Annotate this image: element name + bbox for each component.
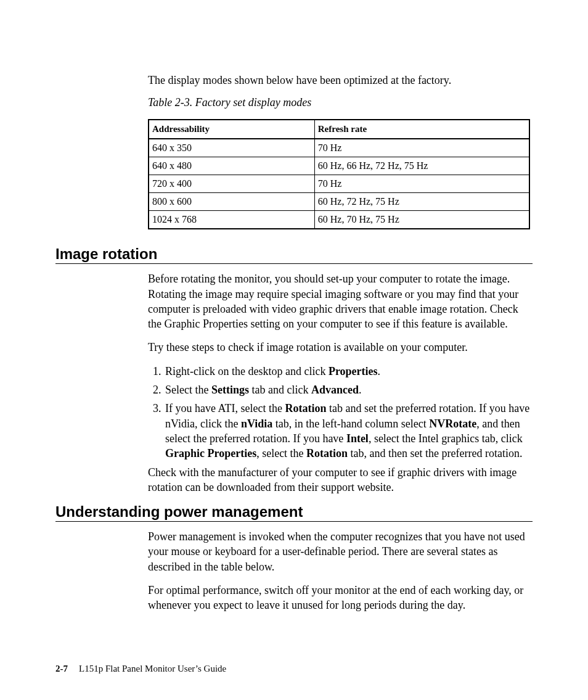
bold-text: NVRotate [429,418,476,430]
cell-addressability: 640 x 480 [149,157,314,175]
table-caption: Table 2-3. Factory set display modes [148,96,533,109]
section-image-rotation: Before rotating the monitor, you should … [148,271,533,495]
bold-text: Rotation [306,447,348,459]
step-text: tab, in the left-hand column select [272,418,429,430]
cell-addressability: 720 x 400 [149,175,314,193]
step-text: . [359,384,362,396]
paragraph: Before rotating the monitor, you should … [148,271,533,331]
step-text: tab and click [249,384,311,396]
paragraph: Power management is invoked when the com… [148,529,533,574]
table-row: 720 x 400 70 Hz [149,175,529,193]
bold-text: Advanced [311,384,359,396]
step-text: , select the [256,447,306,459]
cell-addressability: 640 x 350 [149,139,314,157]
step-text: Select the [165,384,211,396]
step-text: . [378,365,381,377]
heading-power-management: Understanding power management [55,503,533,522]
table-row: 1024 x 768 60 Hz, 70 Hz, 75 Hz [149,211,529,229]
paragraph: For optimal performance, switch off your… [148,583,533,613]
table-row: 640 x 480 60 Hz, 66 Hz, 72 Hz, 75 Hz [149,157,529,175]
intro-text: The display modes shown below have been … [148,73,533,88]
table-row: 800 x 600 60 Hz, 72 Hz, 75 Hz [149,193,529,211]
bold-text: Rotation [285,402,326,414]
steps-list: Right-click on the desktop and click Pro… [148,364,533,461]
section-power-management: Power management is invoked when the com… [148,529,533,612]
document-page: The display modes shown below have been … [0,0,588,700]
table-row: 640 x 350 70 Hz [149,139,529,157]
display-modes-table: Addressability Refresh rate 640 x 350 70… [148,119,530,229]
list-item: Select the Settings tab and click Advanc… [164,382,533,397]
cell-addressability: 1024 x 768 [149,211,314,229]
table-header-row: Addressability Refresh rate [149,120,529,139]
heading-image-rotation: Image rotation [55,245,533,264]
page-footer: 2-7L151p Flat Panel Monitor User’s Guide [55,664,226,674]
paragraph: Try these steps to check if image rotati… [148,340,533,355]
bold-text: nVidia [241,418,272,430]
cell-addressability: 800 x 600 [149,193,314,211]
step-text: If you have ATI, select the [165,402,285,414]
intro-block: The display modes shown below have been … [148,73,533,229]
bold-text: Graphic Properties [165,447,256,459]
cell-refresh-rate: 60 Hz, 70 Hz, 75 Hz [314,211,529,229]
step-text: tab, and then set the preferred rotation… [348,447,522,459]
step-text: , select the Intel graphics tab, click [369,432,523,445]
table-header-refresh-rate: Refresh rate [314,120,529,139]
page-number: 2-7 [55,664,68,673]
cell-refresh-rate: 70 Hz [314,175,529,193]
list-item: Right-click on the desktop and click Pro… [164,364,533,379]
step-text: Right-click on the desktop and click [165,365,329,377]
bold-text: Settings [211,384,249,396]
list-item: If you have ATI, select the Rotation tab… [164,401,533,461]
footer-guide-title: L151p Flat Panel Monitor User’s Guide [79,664,226,673]
paragraph: Check with the manufacturer of your comp… [148,465,533,495]
cell-refresh-rate: 60 Hz, 66 Hz, 72 Hz, 75 Hz [314,157,529,175]
cell-refresh-rate: 70 Hz [314,139,529,157]
bold-text: Intel [346,432,369,445]
bold-text: Properties [329,365,378,377]
table-header-addressability: Addressability [149,120,314,139]
cell-refresh-rate: 60 Hz, 72 Hz, 75 Hz [314,193,529,211]
